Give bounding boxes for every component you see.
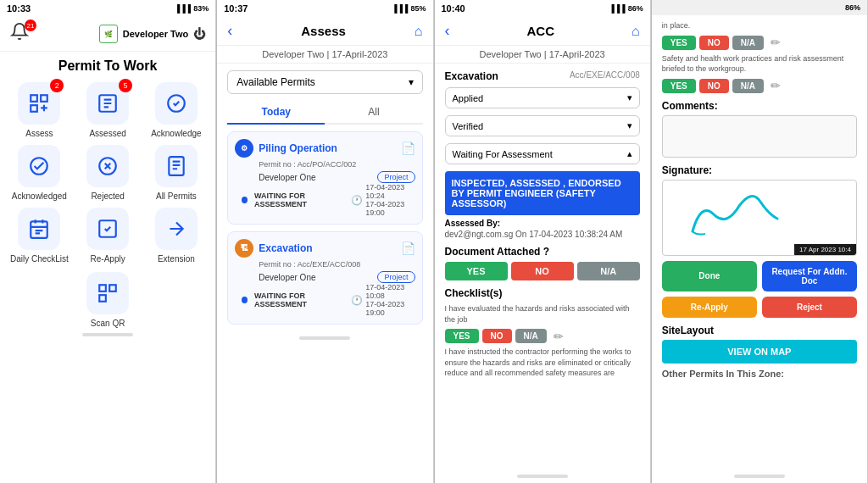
cl1-na-button[interactable]: N/A xyxy=(515,329,547,343)
verified-select[interactable]: Verified ▾ xyxy=(445,115,640,136)
status-dot-2 xyxy=(242,297,248,303)
time-3: 10:40 xyxy=(442,3,465,14)
clock-icon-1: 🕐 xyxy=(351,195,363,206)
applied-select[interactable]: Applied ▾ xyxy=(445,87,640,108)
menu-daily-checklist[interactable]: Daily CheckList xyxy=(8,208,70,264)
assess-icon-wrap: 2 xyxy=(18,82,60,125)
menu-extension[interactable]: Extension xyxy=(146,208,208,264)
bottom-indicator-2 xyxy=(299,336,350,340)
dropdown-arrow-icon: ▾ xyxy=(409,76,414,88)
tab-all[interactable]: All xyxy=(325,101,422,123)
acknowledged-icon-wrap xyxy=(18,145,60,187)
permit-2-icon: 🏗 xyxy=(235,239,253,258)
permit-card-piling[interactable]: ⚙ Piling Operation 📄 Permit no : Acc/PO/… xyxy=(227,131,422,225)
back-button[interactable]: ‹ xyxy=(227,22,232,40)
permit-2-time2: 17-04-2023 19:00 xyxy=(365,300,415,317)
signal-icon-3: ▐▐▐ xyxy=(609,4,626,13)
status-dot-1 xyxy=(242,197,248,203)
home-icon[interactable]: ⌂ xyxy=(415,24,423,39)
menu-assess[interactable]: 2 Assess xyxy=(8,82,70,138)
menu-rejected[interactable]: Rejected xyxy=(77,145,139,201)
applied-arrow-icon: ▾ xyxy=(627,92,632,103)
assessed-label: Assessed xyxy=(89,129,125,138)
s2-no-button[interactable]: NO xyxy=(699,79,729,93)
panel3-title: ACC xyxy=(527,24,555,38)
panel3-navbar: ‹ ACC ⌂ xyxy=(435,17,650,46)
done-button[interactable]: Done xyxy=(662,261,757,291)
request-button[interactable]: Request For Addn. Doc xyxy=(762,261,857,291)
all-permits-icon-wrap xyxy=(155,145,198,187)
permit-2-tag: Project xyxy=(377,271,415,283)
permit-card-1-header: ⚙ Piling Operation 📄 xyxy=(235,139,415,158)
extension-icon-wrap xyxy=(155,208,198,250)
edit-icon-1[interactable]: ✏ xyxy=(554,330,564,343)
reapply-button[interactable]: Re-Apply xyxy=(662,297,757,318)
edit-icon-s2[interactable]: ✏ xyxy=(771,79,781,92)
signature-label: Signature: xyxy=(662,164,857,176)
cl1-no-button[interactable]: NO xyxy=(482,329,512,343)
view-on-map-button[interactable]: VIEW ON MAP xyxy=(662,340,857,364)
waiting-select[interactable]: Waiting For Assessment ▴ xyxy=(445,143,640,164)
notification-bell[interactable]: 21 xyxy=(10,22,34,46)
battery-3: 86% xyxy=(628,4,643,13)
menu-acknowledged[interactable]: Acknowledged xyxy=(8,145,70,201)
back-button-3[interactable]: ‹ xyxy=(445,22,450,40)
panel1-header: 21 🌿 Developer Two ⏻ xyxy=(0,17,215,52)
permit-card-excavation[interactable]: 🏗 Excavation 📄 Permit no : Acc/EXE/ACC/0… xyxy=(227,231,422,325)
assessed-banner: INSPECTED, ASSESSED , ENDORSED BY PERMIT… xyxy=(445,171,640,215)
s2-yes-button[interactable]: YES xyxy=(662,79,696,93)
home-icon-3[interactable]: ⌂ xyxy=(632,24,640,39)
edit-icon-s1[interactable]: ✏ xyxy=(771,36,781,49)
status-icons-4: 86% xyxy=(845,3,860,12)
signature-box: 17 Apr 2023 10:4 xyxy=(662,180,857,256)
s2-na-button[interactable]: N/A xyxy=(732,79,764,93)
pdf-icon-2[interactable]: 📄 xyxy=(401,242,415,255)
cl1-yes-button[interactable]: YES xyxy=(445,329,479,343)
panel2-navbar: ‹ Assess ⌂ xyxy=(217,17,432,46)
site-layout-label: SiteLayout xyxy=(662,325,857,336)
menu-acknowledge[interactable]: Acknowledge xyxy=(146,82,208,138)
field-waiting: Waiting For Assessment ▴ xyxy=(445,143,640,164)
menu-reapply[interactable]: Re-Apply xyxy=(77,208,139,264)
assessed-icon-wrap: 5 xyxy=(86,82,129,125)
doc-yes-button[interactable]: YES xyxy=(445,262,508,280)
comments-label: Comments: xyxy=(662,100,857,112)
reject-button[interactable]: Reject xyxy=(762,297,857,318)
permit-card-2-header: 🏗 Excavation 📄 xyxy=(235,239,415,258)
s1-yes-button[interactable]: YES xyxy=(662,36,696,50)
tab-today[interactable]: Today xyxy=(227,101,325,125)
acc-ref: Acc/EXE/ACC/008 xyxy=(570,70,640,80)
menu-all-permits[interactable]: All Permits xyxy=(146,145,208,201)
pdf-icon-1[interactable]: 📄 xyxy=(401,142,415,155)
status-bar-4: 86% xyxy=(652,0,867,15)
power-icon[interactable]: ⏻ xyxy=(193,27,205,41)
s1-na-button[interactable]: N/A xyxy=(732,36,764,50)
permit-1-status-row: WAITING FOR ASSESSMENT 🕐 17-04-2023 10:2… xyxy=(235,183,415,217)
doc-attached-label: Document Attached ? xyxy=(445,246,640,258)
verified-value: Verified xyxy=(453,121,484,131)
verified-arrow-icon: ▾ xyxy=(627,120,632,131)
bottom-indicator-4 xyxy=(734,475,785,478)
assess-label: Assess xyxy=(25,129,53,138)
comments-box[interactable] xyxy=(662,115,857,158)
acknowledge-label: Acknowledge xyxy=(151,129,201,138)
status-bar-3: 10:40 ▐▐▐ 86% xyxy=(435,0,650,17)
status-icons-2: ▐▐▐ 85% xyxy=(392,4,426,13)
menu-assessed[interactable]: 5 Assessed xyxy=(77,82,139,138)
s1-no-button[interactable]: NO xyxy=(699,36,729,50)
svg-rect-12 xyxy=(99,295,106,302)
daily-checklist-icon-wrap xyxy=(18,208,60,250)
extension-label: Extension xyxy=(158,254,195,264)
permit-2-status: WAITING FOR ASSESSMENT xyxy=(254,291,344,308)
doc-na-button[interactable]: N/A xyxy=(577,262,640,280)
menu-scan-qr[interactable]: Scan QR xyxy=(74,272,142,328)
bottom-indicator-1 xyxy=(82,333,133,336)
panel3-content: Excavation Acc/EXE/ACC/008 Applied ▾ Ver… xyxy=(435,64,650,469)
sig-date: 17 Apr 2023 10:4 xyxy=(794,244,856,255)
permit-2-status-row: WAITING FOR ASSESSMENT 🕐 17-04-2023 10:0… xyxy=(235,283,415,317)
clock-icon-2: 🕐 xyxy=(351,295,363,306)
available-permits-dropdown[interactable]: Available Permits ▾ xyxy=(227,70,422,94)
doc-no-button[interactable]: NO xyxy=(511,262,574,280)
field-verified: Verified ▾ xyxy=(445,115,640,136)
applied-value: Applied xyxy=(453,93,484,103)
